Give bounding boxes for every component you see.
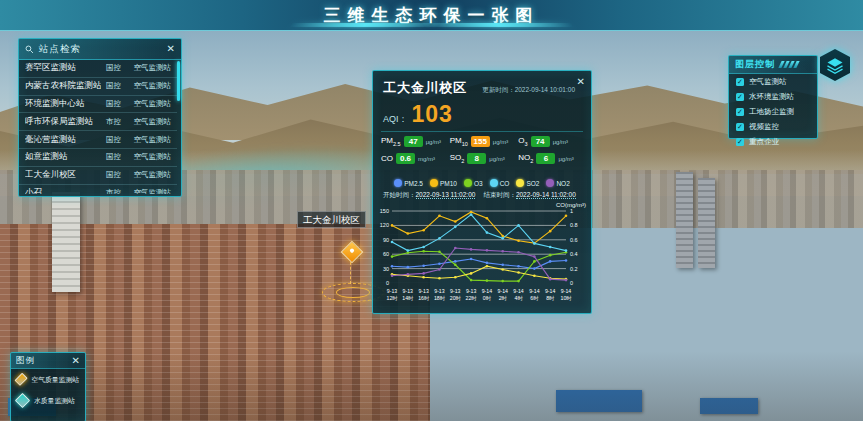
station-type: 空气监测站: [121, 117, 171, 127]
svg-text:16时: 16时: [418, 295, 430, 301]
pollutant-value-badge: 0.6: [396, 153, 415, 164]
station-row[interactable]: 如意监测站国控空气监测站: [19, 149, 177, 167]
station-row[interactable]: 呼市环保局监测站市控空气监测站: [19, 113, 177, 131]
svg-text:9-14: 9-14: [482, 288, 492, 294]
pollutant-name: PM10: [450, 136, 468, 147]
pollutant-value-badge: 155: [471, 136, 490, 147]
header-accent-right: [422, 23, 575, 27]
layer-panel-title: 图层控制: [735, 58, 775, 71]
pollutant-name: CO: [381, 154, 393, 163]
svg-text:8时: 8时: [546, 295, 555, 301]
station-row[interactable]: 赛罕区监测站国控空气监测站: [19, 60, 177, 78]
close-icon[interactable]: ✕: [72, 356, 80, 366]
legend-item[interactable]: SO2: [516, 179, 539, 187]
svg-text:9-14: 9-14: [561, 288, 571, 294]
station-type: 空气监测站: [121, 170, 171, 180]
svg-text:0.4: 0.4: [570, 251, 578, 257]
layer-item[interactable]: ✓工地扬尘监测: [729, 104, 817, 119]
legend-list: 空气质量监测站水质量监测站: [11, 369, 85, 411]
station-row[interactable]: 内蒙古农科院监测站国控空气监测站: [19, 78, 177, 96]
map-vignette: [0, 351, 863, 421]
legend-panel-title: 图例: [16, 355, 72, 367]
time-range-row: 开始时间：2022-09-13 11:02:00 结束时间：2022-09-14…: [383, 191, 585, 200]
svg-text:6时: 6时: [530, 295, 539, 301]
station-search-panel: 站点检索 ✕ 赛罕区监测站国控空气监测站内蒙古农科院监测站国控空气监测站环境监测…: [18, 38, 182, 197]
legend-item[interactable]: PM2.5: [394, 179, 423, 187]
station-level: 国控: [101, 63, 121, 73]
station-row[interactable]: 小召市控空气监测站: [19, 185, 177, 194]
pollutant-value-badge: 47: [404, 136, 423, 147]
pollutant-grid: PM2.547μg/m³PM10155μg/m³O374μg/m³CO0.6mg…: [381, 136, 587, 164]
station-list-scrollbar[interactable]: [177, 61, 180, 101]
layer-item[interactable]: ✓空气监测站: [729, 74, 817, 89]
diamond-marker-icon: [14, 373, 28, 387]
pollutant-unit: μg/m³: [489, 156, 504, 162]
pollutant-cell: PM10155μg/m³: [450, 136, 519, 147]
station-row[interactable]: 工大金川校区国控空气监测站: [19, 167, 177, 185]
layer-label: 重点企业: [749, 137, 779, 147]
pollutant-unit: mg/m³: [418, 156, 435, 162]
legend-dot-icon: [430, 179, 438, 187]
end-time: 结束时间：2022-09-14 11:02:00: [483, 191, 575, 200]
checkbox-checked-icon[interactable]: ✓: [736, 123, 744, 131]
layer-label: 水环境监测站: [749, 92, 794, 102]
svg-text:18时: 18时: [434, 295, 446, 301]
pollutant-name: O3: [518, 136, 527, 147]
svg-text:0: 0: [570, 280, 573, 286]
pollutant-unit: μg/m³: [426, 139, 441, 145]
legend-item[interactable]: O3: [464, 179, 483, 187]
map-legend-panel: 图例 ✕ 空气质量监测站水质量监测站: [10, 352, 86, 421]
legend-dot-icon: [546, 179, 554, 187]
checkbox-checked-icon[interactable]: ✓: [736, 93, 744, 101]
station-panel-header: 站点检索 ✕: [19, 39, 181, 60]
svg-text:30: 30: [383, 266, 389, 272]
legend-entry-label: 空气质量监测站: [31, 375, 79, 385]
checkbox-checked-icon[interactable]: ✓: [736, 138, 744, 146]
pollutant-trend-chart: 030609012015000.20.40.60.81CO(mg/m³)9-13…: [376, 201, 588, 309]
layers-hexagon-button[interactable]: [820, 49, 850, 81]
pollutant-value-badge: 8: [467, 153, 486, 164]
close-icon[interactable]: ✕: [167, 44, 175, 54]
svg-text:9-13: 9-13: [403, 288, 413, 294]
pollutant-unit: μg/m³: [558, 156, 573, 162]
legend-item[interactable]: NO2: [546, 179, 569, 187]
legend-label: O3: [474, 180, 483, 187]
station-type: 空气监测站: [121, 152, 171, 162]
legend-entry-label: 水质量监测站: [34, 396, 75, 406]
layer-item[interactable]: ✓重点企业: [729, 134, 817, 149]
station-row[interactable]: 毫沁营监测站国控空气监测站: [19, 131, 177, 149]
station-name: 工大金川校区: [25, 169, 101, 181]
pollutant-value-badge: 6: [536, 153, 555, 164]
popup-header: 工大金川校区 更新时间：2022-09-14 10:01:00: [383, 79, 583, 97]
station-level: 国控: [101, 152, 121, 162]
svg-text:22时: 22时: [466, 295, 478, 301]
layer-item[interactable]: ✓视频监控: [729, 119, 817, 134]
layer-label: 视频监控: [749, 122, 779, 132]
legend-item[interactable]: PM10: [430, 179, 457, 187]
checkbox-checked-icon[interactable]: ✓: [736, 78, 744, 86]
svg-text:9-14: 9-14: [513, 288, 523, 294]
diamond-marker-icon: [15, 393, 31, 409]
layer-item[interactable]: ✓水环境监测站: [729, 89, 817, 104]
marker-label[interactable]: 工大金川校区: [297, 211, 366, 228]
station-level: 国控: [101, 170, 121, 180]
svg-text:0.6: 0.6: [570, 237, 578, 243]
layer-control-panel: 图层控制 ✓空气监测站✓水环境监测站✓工地扬尘监测✓视频监控✓重点企业: [728, 55, 818, 139]
legend-dot-icon: [516, 179, 524, 187]
svg-text:14时: 14时: [402, 295, 414, 301]
svg-text:9-14: 9-14: [529, 288, 539, 294]
close-icon[interactable]: ✕: [577, 77, 585, 87]
marker-selection-ring-inner: [336, 287, 370, 298]
checkbox-checked-icon[interactable]: ✓: [736, 108, 744, 116]
station-name: 毫沁营监测站: [25, 134, 101, 146]
start-time: 开始时间：2022-09-13 11:02:00: [383, 191, 475, 200]
legend-label: CO: [500, 180, 510, 187]
legend-panel-header: 图例 ✕: [11, 353, 85, 369]
legend-label: SO2: [526, 180, 539, 187]
legend-item[interactable]: CO: [490, 179, 510, 187]
map-grey-tower: [676, 172, 693, 268]
svg-text:9-13: 9-13: [387, 288, 397, 294]
station-type: 空气监测站: [121, 63, 171, 73]
station-row[interactable]: 环境监测中心站国控空气监测站: [19, 96, 177, 114]
map-grey-tower-2: [698, 178, 715, 268]
